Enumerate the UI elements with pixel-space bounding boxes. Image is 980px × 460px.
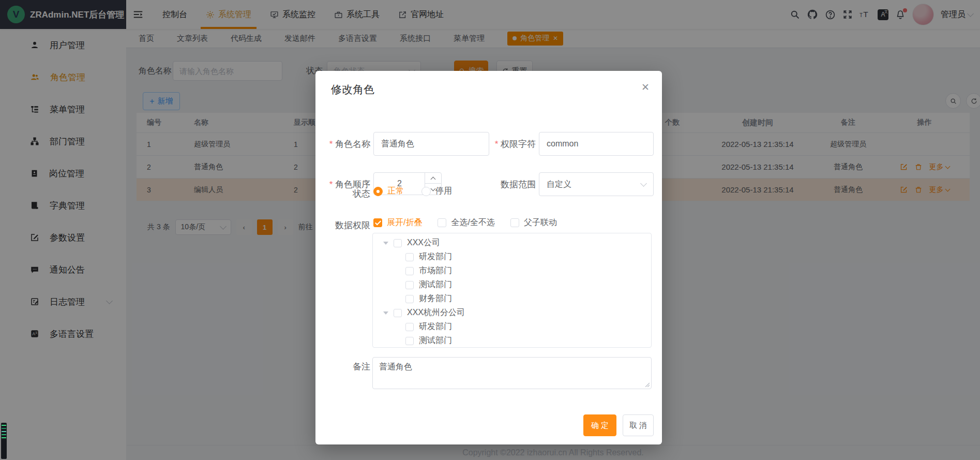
tree-node-branch-company[interactable]: XXX杭州分公司 bbox=[373, 306, 651, 320]
caret-down-icon[interactable] bbox=[383, 242, 388, 245]
checkbox-icon[interactable] bbox=[405, 253, 414, 261]
status-radio-group: 正常 停用 bbox=[373, 186, 452, 197]
checkbox-icon[interactable] bbox=[405, 337, 414, 345]
dialog-title: 修改角色 bbox=[331, 82, 374, 97]
checkbox-icon[interactable] bbox=[405, 323, 414, 331]
tree-node-dept[interactable]: 研发部门 bbox=[373, 320, 651, 334]
radio-label: 正常 bbox=[387, 186, 404, 197]
data-scope-select[interactable]: 自定义 bbox=[539, 172, 654, 196]
tree-node-label: 研发部门 bbox=[419, 321, 452, 332]
checkbox-select-all[interactable]: 全选/全不选 bbox=[438, 217, 494, 228]
checkbox-icon bbox=[510, 218, 519, 227]
checkbox-expand-collapse[interactable]: 展开/折叠 bbox=[373, 217, 422, 228]
checkbox-icon[interactable] bbox=[405, 295, 414, 303]
checkbox-parent-child-link[interactable]: 父子联动 bbox=[510, 217, 557, 228]
remark-textarea[interactable]: 普通角色 bbox=[372, 357, 652, 389]
role-key-label: 权限字符 bbox=[481, 138, 536, 150]
tree-node-label: 市场部门 bbox=[419, 265, 452, 276]
checkbox-label: 父子联动 bbox=[524, 217, 557, 228]
tree-node-dept[interactable]: 研发部门 bbox=[373, 250, 651, 264]
remark-label: 备注 bbox=[321, 361, 370, 373]
tree-node-label: 研发部门 bbox=[419, 251, 452, 262]
chevron-down-icon bbox=[640, 180, 647, 187]
tree-node-label: 测试部门 bbox=[419, 335, 452, 346]
data-permission-label: 数据权限 bbox=[321, 219, 370, 231]
radio-icon bbox=[373, 187, 383, 196]
role-key-input[interactable] bbox=[539, 132, 654, 156]
checkbox-icon[interactable] bbox=[394, 239, 402, 247]
radio-disabled[interactable]: 停用 bbox=[421, 186, 452, 197]
checkbox-label: 展开/折叠 bbox=[387, 217, 422, 228]
checkbox-icon bbox=[373, 218, 382, 227]
edit-role-dialog: 修改角色 ✕ 角色名称 权限字符 角色顺序 2 数据范围 自定义 状态 正常 bbox=[315, 71, 662, 444]
role-name-label: 角色名称 bbox=[321, 138, 370, 150]
tree-node-dept[interactable]: 测试部门 bbox=[373, 334, 651, 348]
radio-icon bbox=[421, 187, 431, 196]
tree-node-dept[interactable]: 财务部门 bbox=[373, 292, 651, 306]
data-scope-value: 自定义 bbox=[547, 179, 571, 190]
department-tree: XXX公司 研发部门 市场部门 测试部门 财务部门 XXX杭州分公司 bbox=[372, 233, 652, 348]
checkbox-icon bbox=[438, 218, 446, 227]
checkbox-label: 全选/全不选 bbox=[451, 217, 494, 228]
permission-options: 展开/折叠 全选/全不选 父子联动 bbox=[373, 217, 557, 228]
status-label: 状态 bbox=[321, 188, 370, 200]
checkbox-icon[interactable] bbox=[405, 267, 414, 275]
radio-normal[interactable]: 正常 bbox=[373, 186, 404, 197]
corner-widget bbox=[1, 423, 7, 459]
tree-node-label: 测试部门 bbox=[419, 279, 452, 290]
tree-node-label: XXX杭州分公司 bbox=[407, 307, 465, 318]
checkbox-icon[interactable] bbox=[394, 309, 402, 317]
dialog-close-icon[interactable]: ✕ bbox=[641, 82, 650, 92]
checkbox-icon[interactable] bbox=[405, 281, 414, 289]
app-root: V ZRAdmin.NET后台管理 控制台 系统管理 系统监控 bbox=[0, 0, 980, 460]
role-name-input[interactable] bbox=[373, 132, 489, 156]
tree-node-company[interactable]: XXX公司 bbox=[373, 236, 651, 250]
tree-node-dept[interactable]: 市场部门 bbox=[373, 264, 651, 278]
tree-node-label: XXX公司 bbox=[407, 238, 440, 248]
radio-label: 停用 bbox=[435, 186, 452, 197]
confirm-button[interactable]: 确定 bbox=[583, 414, 616, 436]
data-scope-label: 数据范围 bbox=[481, 179, 536, 190]
stepper-up-button[interactable] bbox=[425, 173, 441, 184]
caret-down-icon[interactable] bbox=[383, 311, 388, 315]
tree-node-label: 财务部门 bbox=[419, 293, 452, 304]
tree-node-dept[interactable]: 测试部门 bbox=[373, 278, 651, 292]
cancel-button[interactable]: 取消 bbox=[623, 414, 654, 436]
